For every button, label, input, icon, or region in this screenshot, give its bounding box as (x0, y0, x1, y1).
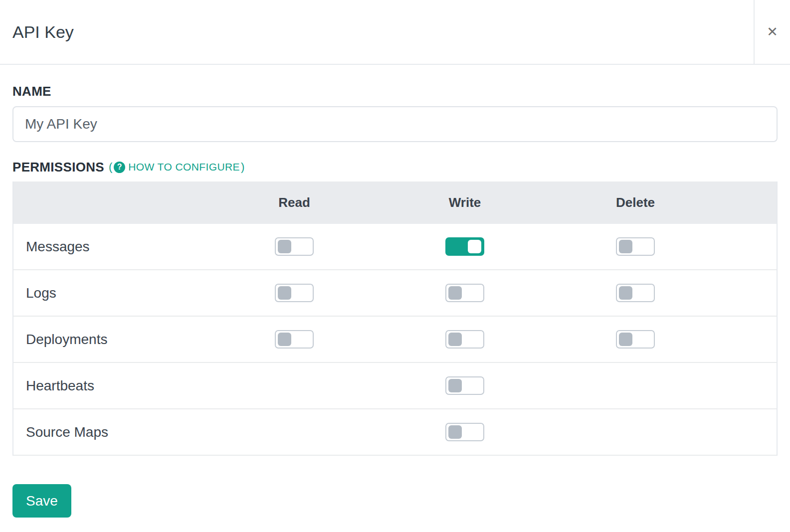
toggle-heartbeats-write[interactable] (445, 376, 484, 395)
modal-body: NAME PERMISSIONS ( ? HOW TO CONFIGURE ) … (0, 85, 790, 518)
toggle-logs-delete[interactable] (616, 284, 655, 302)
toggle-logs-write[interactable] (445, 284, 484, 302)
table-row: Messages (13, 224, 777, 270)
toggle-knob (619, 286, 632, 300)
toggle-deployments-write[interactable] (445, 330, 484, 349)
how-to-configure-link[interactable]: HOW TO CONFIGURE (128, 161, 240, 173)
delete-toggle-cell (550, 284, 721, 302)
read-toggle-cell (209, 330, 380, 349)
close-button[interactable]: ✕ (754, 0, 790, 64)
permissions-rows: Messages Logs Deployments Heartbeats Sou… (13, 224, 777, 456)
toggle-source-maps-write[interactable] (445, 423, 484, 441)
close-icon: ✕ (767, 25, 778, 39)
column-header-write: Write (380, 195, 550, 210)
toggle-knob (448, 286, 462, 300)
write-toggle-cell (380, 284, 550, 302)
toggle-knob (278, 333, 291, 346)
name-label: NAME (12, 85, 778, 98)
api-key-modal: API Key ✕ NAME PERMISSIONS ( ? HOW TO CO… (0, 0, 790, 518)
write-toggle-cell (380, 376, 550, 395)
table-row: Source Maps (13, 409, 777, 456)
toggle-knob (278, 240, 291, 253)
toggle-knob (278, 286, 291, 300)
paren-close: ) (241, 161, 244, 174)
modal-header: API Key ✕ (0, 0, 790, 65)
column-header-read: Read (209, 195, 380, 210)
row-label: Heartbeats (13, 378, 209, 394)
row-label: Source Maps (13, 424, 209, 440)
delete-toggle-cell (550, 330, 721, 349)
write-toggle-cell (380, 237, 550, 256)
table-row: Deployments (13, 317, 777, 363)
question-mark-icon: ? (114, 162, 125, 173)
api-key-name-input[interactable] (12, 106, 778, 142)
read-toggle-cell (209, 284, 380, 302)
toggle-messages-read[interactable] (275, 237, 314, 256)
toggle-knob (468, 240, 481, 253)
read-toggle-cell (209, 237, 380, 256)
delete-toggle-cell (550, 237, 721, 256)
table-row: Logs (13, 270, 777, 317)
permissions-heading: PERMISSIONS ( ? HOW TO CONFIGURE ) (12, 159, 778, 175)
write-toggle-cell (380, 330, 550, 349)
save-button[interactable]: Save (12, 484, 71, 518)
toggle-knob (619, 240, 632, 253)
row-label: Messages (13, 239, 209, 255)
permissions-label: PERMISSIONS (12, 160, 104, 175)
toggle-knob (448, 333, 462, 346)
permissions-table: Read Write Delete Messages Logs Deployme… (12, 181, 778, 456)
toggle-deployments-delete[interactable] (616, 330, 655, 349)
paren-open: ( (109, 161, 112, 174)
toggle-messages-write[interactable] (445, 237, 484, 256)
row-label: Deployments (13, 332, 209, 348)
toggle-logs-read[interactable] (275, 284, 314, 302)
row-label: Logs (13, 285, 209, 301)
toggle-knob (448, 379, 462, 392)
toggle-knob (619, 333, 632, 346)
toggle-deployments-read[interactable] (275, 330, 314, 349)
table-header-row: Read Write Delete (13, 181, 777, 224)
toggle-messages-delete[interactable] (616, 237, 655, 256)
toggle-knob (448, 425, 462, 439)
column-header-delete: Delete (550, 195, 721, 210)
table-row: Heartbeats (13, 363, 777, 409)
write-toggle-cell (380, 423, 550, 441)
page-title: API Key (12, 0, 74, 64)
